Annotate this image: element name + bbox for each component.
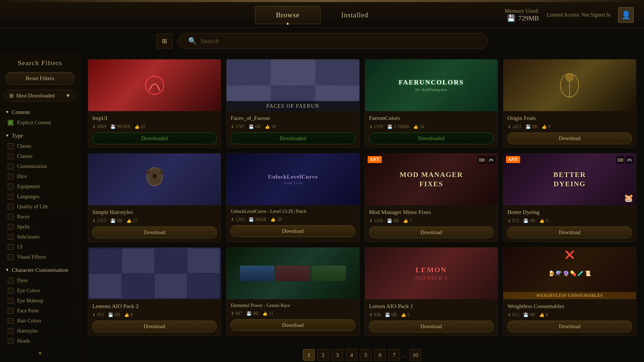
dice-checkbox[interactable] [8,174,13,179]
mod-thumbnail-modmanager: ANY ⌨ 🎮 MOD MANAGERFIXES [365,153,498,205]
download-button-origin[interactable]: Download [507,133,632,144]
filter-toggle-button[interactable]: ⊞ [156,34,172,49]
char-section-header[interactable]: ▼ Character Customisation [5,265,75,275]
filter-eye-makeup[interactable]: Eye Makeup [5,296,75,306]
languages-checkbox[interactable] [8,194,13,199]
dyes-checkbox[interactable] [8,278,13,283]
hair-colors-label: Hair Colors [17,318,41,324]
filter-subclasses[interactable]: Subclasses [5,232,75,242]
mod-card-unlock[interactable]: UnlockLevelCurve Level 13-20 UnlockLevel… [226,153,359,242]
page-button-6[interactable]: 6 [374,349,386,361]
mod-card-origin[interactable]: Origin Feats ⬇ 1423 💾 0B 👍 9 [503,59,636,148]
page-button-5[interactable]: 5 [360,349,372,361]
filter-languages[interactable]: Languages [5,191,75,202]
mod-card-weightless[interactable]: ❌ WEIGHTLESS CONSUMABLES 🍺 ⚗️ 🔮 💊 🧪 📜 [503,247,636,336]
hairstyles-checkbox[interactable] [8,328,13,334]
pagination: 1 2 3 4 5 6 7 ... 10 [88,344,636,362]
tab-installed[interactable]: Installed [321,6,389,24]
filter-races[interactable]: Races [5,212,75,222]
filter-heads[interactable]: Heads [5,336,75,346]
mod-thumbnail-lemons [88,248,221,299]
download-button-lemon[interactable]: Download [369,321,494,332]
download-button-modmanager[interactable]: Download [369,227,494,238]
filter-visual[interactable]: Visual Effects [5,252,75,262]
download-button-weightless[interactable]: Download [507,321,632,332]
page-button-4[interactable]: 4 [346,349,357,361]
page-button-10[interactable]: 10 [410,349,421,361]
mod-card-faerun[interactable]: FAERUNCOLORS 60+ RolePlaying dyes Faerun… [365,59,498,148]
cheats-checkbox[interactable] [8,143,13,149]
filter-dice[interactable]: Dice [5,171,75,181]
chevron-down-icon: ▼ [5,133,9,138]
spells-checkbox[interactable] [8,224,13,230]
classes-label: Classes [17,153,33,159]
filter-explicit-content[interactable]: Explicit Content [5,118,75,128]
mod-card-impui[interactable]: ImpUI ⬇ 3869 💾 987KB 👍 62 [88,59,221,148]
download-button-faerun[interactable]: Downloaded [369,133,494,144]
download-icon: ⬇ [369,124,373,129]
sort-dropdown[interactable]: ⊞ Most Downloaded ▼ [4,90,76,102]
page-button-1[interactable]: 1 [303,349,315,361]
downloads-stat: ⬇ 938 [369,312,381,318]
mod-card-elemental[interactable]: Elemental Power - Genasi Race ⬇ 947 💾 0B… [226,247,359,336]
filter-quality[interactable]: Quality of Life [5,202,75,212]
download-icon: ⬇ [92,312,96,317]
reset-filters-button[interactable]: Reset Filters [6,72,74,84]
download-button-dyeing[interactable]: Download [507,227,632,238]
tab-browse[interactable]: Browse [255,6,321,24]
mod-info-elemental: Elemental Power - Genasi Race ⬇ 947 💾 0B… [226,299,359,335]
mod-card-modmanager[interactable]: ANY ⌨ 🎮 MOD MANAGERFIXES Mod Manager Min… [365,153,498,242]
type-section-header[interactable]: ▼ Type [5,130,75,141]
ui-checkbox[interactable] [8,244,13,250]
mod-card-lemons[interactable]: Lemons AIO Pack 2 ⬇ 955 💾 0B 👍 8 [88,247,221,336]
page-button-7[interactable]: 7 [388,349,400,361]
downloads-stat: ⬇ 947 [231,311,242,316]
search-input[interactable] [201,37,477,45]
filter-hair-colors[interactable]: Hair Colors [5,316,75,326]
filter-spells[interactable]: Spells [5,222,75,232]
likes-stat: 👍 8 [124,312,133,318]
download-button-lemons[interactable]: Download [92,321,217,332]
filter-dyes[interactable]: Dyes [5,275,75,286]
filter-hairstyles[interactable]: Hairstyles [5,326,75,336]
download-button-elemental[interactable]: Download [231,319,355,331]
equipment-checkbox[interactable] [8,184,13,189]
classes-checkbox[interactable] [8,153,13,159]
quality-checkbox[interactable] [8,204,13,210]
size-icon: 💾 [385,312,390,317]
filter-cheats[interactable]: Cheats [5,141,75,151]
page-button-2[interactable]: 2 [317,349,329,361]
mod-card-dyeing[interactable]: ANY ⌨ 🎮 BETTERDYEING 🐹 Better Dyeing [503,153,636,242]
filter-face-paint[interactable]: Face Paint [5,306,75,316]
download-button-impui[interactable]: Downloaded [92,133,217,144]
eye-colors-checkbox[interactable] [8,288,13,294]
filter-eye-colors[interactable]: Eye Colors [5,286,75,296]
filter-equipment[interactable]: Equipment [5,181,75,191]
explicit-content-checkbox[interactable] [8,120,13,126]
visual-checkbox[interactable] [8,254,13,260]
filter-customisation[interactable]: Customisation [5,161,75,171]
mod-info-weightless: Weightless Consumables ⬇ 912 💾 0B 👍 8 [503,299,636,336]
page-button-3[interactable]: 3 [331,349,343,361]
hair-colors-checkbox[interactable] [8,318,13,324]
content-section-header[interactable]: ▼ Content [5,107,75,118]
avatar[interactable]: 👤 [618,7,634,23]
races-checkbox[interactable] [8,214,13,220]
eye-makeup-checkbox[interactable] [8,298,13,304]
mod-card-hairstyles[interactable]: Simple Hairstyles ⬇ 1315 💾 0B 👍 17 [88,153,221,242]
filter-ui[interactable]: UI [5,242,75,252]
download-button-hairstyles[interactable]: Download [92,227,217,238]
mod-card-faces[interactable]: FACES OF FAERUN Faces_of_Faerun ⬇ 1787 💾… [226,59,359,148]
filter-classes[interactable]: Classes [5,151,75,161]
size-stat: 💾 0B [110,218,122,224]
header: Browse Installed Memory Used: 💾 729MB Li… [0,2,644,28]
download-button-faces[interactable]: Downloaded [231,133,355,144]
subclasses-checkbox[interactable] [8,234,13,240]
mod-info-faerun: FaerunColors ⬇ 1559 💾 3.76MB 👍 24 [365,111,498,148]
heads-checkbox[interactable] [8,338,13,344]
face-paint-checkbox[interactable] [8,308,13,314]
download-button-unlock[interactable]: Download [231,225,355,237]
mod-card-lemon[interactable]: LEMON AIO PACK 1 Lemon AIO Pack 1 ⬇ 938 … [365,247,498,336]
customisation-checkbox[interactable] [8,164,13,169]
mod-thumbnail-hairstyles [88,153,221,205]
